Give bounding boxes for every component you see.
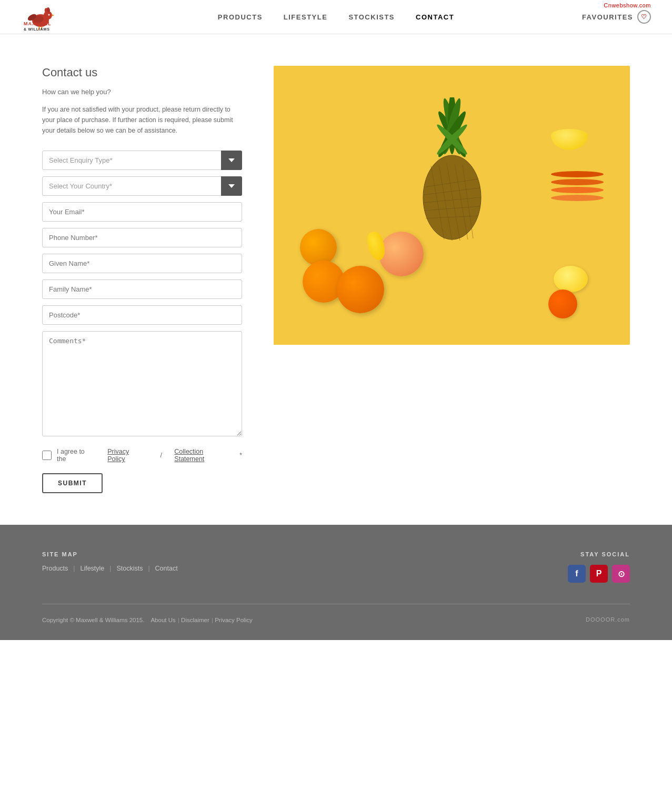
contact-description: If you are not satisfied with your produ… [42, 104, 242, 136]
instagram-icon[interactable]: ⊙ [612, 565, 630, 583]
pineapple [410, 97, 494, 245]
footer-top: SITE MAP Products | Lifestyle | Stockist… [42, 551, 630, 583]
facebook-icon[interactable]: f [568, 565, 586, 583]
watermark-top: Cnwebshow.com [604, 2, 651, 8]
tangerine [548, 289, 577, 318]
enquiry-type-group: Select Enquiry Type* [42, 151, 242, 170]
footer-link-products[interactable]: Products [42, 565, 68, 572]
main-nav: PRODUCTS LIFESTYLE STOCKISTS CONTACT [218, 13, 454, 21]
social-icons-container: f P ⊙ [568, 565, 630, 583]
phone-group [42, 228, 242, 247]
svg-point-20 [423, 155, 481, 239]
orange-fruit-1 [300, 229, 337, 266]
hero-image [274, 66, 630, 345]
footer-bottom: Copyright © Maxwell & Williams 2015. Abo… [42, 604, 630, 624]
sitemap-divider-3: | [148, 565, 149, 572]
given-name-group [42, 254, 242, 273]
collection-statement-link[interactable]: Collection Statement [174, 448, 234, 463]
main-content: Contact us How can we help you? If you a… [0, 34, 672, 525]
policy-checkbox-row: I agree to the Privacy Policy / Collecti… [42, 448, 242, 463]
email-group [42, 202, 242, 222]
header: Cnwebshow.com [0, 0, 672, 34]
logo-area[interactable]: MAXWELL & WILLIAMS DESIGNER HOMEWARES [21, 3, 89, 32]
social-section: STAY SOCIAL f P ⊙ [568, 551, 630, 583]
footer-disclaimer-link[interactable]: Disclaimer [181, 617, 209, 623]
required-asterisk: * [239, 452, 242, 459]
pinterest-icon[interactable]: P [590, 565, 608, 583]
plate-2 [551, 179, 604, 185]
sitemap-divider-2: | [109, 565, 111, 572]
svg-text:MAXWELL: MAXWELL [24, 21, 52, 26]
svg-marker-3 [52, 14, 54, 16]
family-name-group [42, 279, 242, 299]
privacy-policy-link[interactable]: Privacy Policy [107, 448, 148, 463]
sitemap-links: Products | Lifestyle | Stockists | Conta… [42, 565, 178, 572]
sitemap-divider-1: | [73, 565, 75, 572]
contact-title: Contact us [42, 66, 242, 79]
given-name-input[interactable] [42, 254, 242, 273]
footer-link-stockists[interactable]: Stockists [116, 565, 143, 572]
yellow-bowl [551, 129, 588, 150]
watermark-bottom: DOOOOR.com [586, 616, 630, 623]
sitemap-heading: SITE MAP [42, 551, 178, 557]
footer-bottom-sep-1 [147, 617, 148, 623]
contact-form-section: Contact us How can we help you? If you a… [42, 66, 242, 493]
policy-separator: / [160, 452, 162, 459]
logo: MAXWELL & WILLIAMS DESIGNER HOMEWARES [21, 3, 89, 32]
submit-button[interactable]: SUBMIT [42, 473, 103, 493]
country-select[interactable]: Select Your Country* [42, 176, 242, 196]
nav-products[interactable]: PRODUCTS [218, 13, 263, 21]
policy-checkbox[interactable] [42, 451, 52, 460]
footer: SITE MAP Products | Lifestyle | Stockist… [0, 525, 672, 640]
favourites-button[interactable]: FAVOURITES ♡ [582, 10, 651, 24]
nav-contact[interactable]: CONTACT [416, 13, 454, 21]
favourites-label: FAVOURITES [582, 13, 633, 21]
email-input[interactable] [42, 202, 242, 222]
plate-4 [551, 195, 604, 201]
nav-stockists[interactable]: STOCKISTS [348, 13, 395, 21]
comments-textarea[interactable] [42, 331, 242, 436]
phone-input[interactable] [42, 228, 242, 247]
family-name-input[interactable] [42, 279, 242, 299]
footer-about-link[interactable]: About Us [151, 617, 175, 623]
svg-point-4 [48, 14, 50, 15]
enquiry-type-select[interactable]: Select Enquiry Type* [42, 151, 242, 170]
orange-fruit-3 [337, 266, 384, 313]
plate-1 [551, 171, 604, 177]
lemon [554, 266, 588, 292]
plate-3 [551, 187, 604, 193]
footer-privacy-link[interactable]: Privacy Policy [215, 617, 253, 623]
postcode-input[interactable] [42, 305, 242, 325]
favourites-heart-icon: ♡ [637, 10, 651, 24]
footer-link-contact[interactable]: Contact [155, 565, 178, 572]
nav-lifestyle[interactable]: LIFESTYLE [284, 13, 328, 21]
footer-copyright-area: Copyright © Maxwell & Williams 2015. Abo… [42, 615, 253, 624]
copyright-text: Copyright © Maxwell & Williams 2015. [42, 617, 144, 623]
comments-group [42, 331, 242, 438]
svg-text:& WILLIAMS: & WILLIAMS [24, 27, 50, 31]
plate-stack [551, 171, 604, 203]
sitemap-section: SITE MAP Products | Lifestyle | Stockist… [42, 551, 178, 583]
social-heading: STAY SOCIAL [568, 551, 630, 557]
contact-subtitle: How can we help you? [42, 88, 242, 96]
hero-image-section [274, 66, 630, 493]
checkbox-prefix-text: I agree to the [57, 448, 95, 463]
postcode-group [42, 305, 242, 325]
country-group: Select Your Country* [42, 176, 242, 196]
footer-link-lifestyle[interactable]: Lifestyle [80, 565, 104, 572]
contact-form: Select Enquiry Type* Select Your Country… [42, 151, 242, 493]
